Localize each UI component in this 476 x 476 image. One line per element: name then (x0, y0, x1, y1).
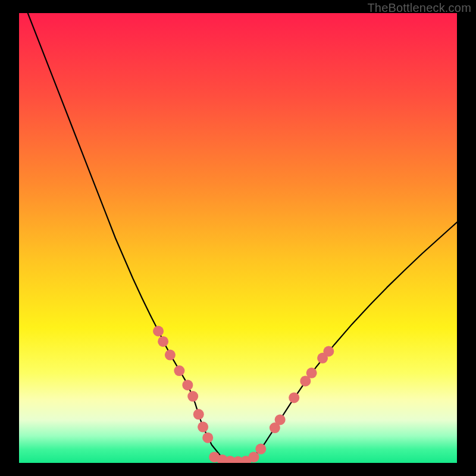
marker-dot (249, 452, 259, 462)
marker-dot (187, 391, 198, 402)
marker-dot (306, 368, 317, 378)
chart-svg (19, 13, 457, 463)
marker-dot (158, 336, 168, 347)
marker-dot (202, 433, 213, 443)
marker-dot (174, 365, 184, 376)
plot-area (19, 13, 457, 463)
marker-dot (182, 380, 193, 390)
marker-dot (193, 409, 204, 419)
gradient-bg (19, 13, 457, 463)
marker-dot (153, 325, 164, 336)
marker-dot (255, 444, 266, 455)
marker-dot (289, 392, 299, 403)
marker-dot (165, 350, 176, 361)
marker-dot (198, 422, 208, 433)
chart-frame: TheBottleneck.com (0, 0, 476, 476)
marker-dot (323, 346, 334, 357)
marker-dot (275, 414, 286, 425)
